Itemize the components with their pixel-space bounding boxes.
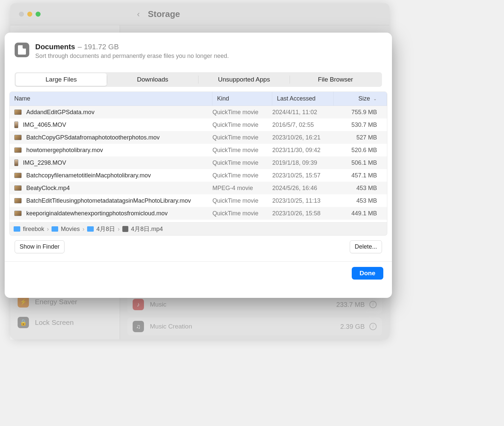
path-bar: fireebok › Movies › 4月8日 › 4月8日.mp4: [9, 223, 387, 236]
file-kind: MPEG-4 movie: [212, 185, 272, 192]
file-thumb-icon: [14, 147, 22, 153]
file-kind: QuickTime movie: [212, 121, 272, 128]
tab-file-browser[interactable]: File Browser: [290, 73, 381, 86]
chevron-right-icon: ›: [47, 226, 49, 233]
zoom-dot[interactable]: [36, 12, 41, 17]
file-size: 453 MB: [334, 197, 387, 204]
chevron-right-icon: ›: [118, 226, 120, 233]
table-row[interactable]: AddandEditGPSdata.movQuickTime movie2024…: [10, 106, 387, 118]
info-icon[interactable]: i: [369, 323, 377, 330]
table-row[interactable]: BatchcopyfilenametotitleinMacphotolibrar…: [10, 169, 387, 182]
path-seg[interactable]: Movies: [61, 226, 80, 233]
file-kind: QuickTime movie: [212, 147, 272, 154]
tab-downloads[interactable]: Downloads: [107, 73, 198, 86]
col-name[interactable]: Name: [10, 92, 212, 106]
file-size: 520.6 MB: [334, 147, 387, 154]
minimize-dot[interactable]: [27, 12, 32, 17]
file-name: BatchcopyfilenametotitleinMacphotolibrar…: [26, 172, 151, 179]
row-size: 2.39 GB: [340, 323, 365, 330]
traffic-lights: [19, 12, 41, 17]
file-last-accessed: 2023/10/26, 16:21: [272, 134, 334, 141]
folder-icon[interactable]: [87, 226, 94, 232]
file-thumb-icon: [14, 173, 22, 178]
music-icon: ♪: [133, 299, 144, 310]
file-name: IMG_4065.MOV: [23, 121, 66, 128]
file-last-accessed: 2023/10/25, 15:57: [272, 172, 334, 179]
col-kind[interactable]: Kind: [212, 92, 272, 106]
chevron-down-icon: ⌄: [373, 97, 377, 101]
table-row[interactable]: changephotocameraandlensinfo.movQuickTim…: [10, 220, 387, 222]
path-seg[interactable]: fireebok: [23, 226, 44, 233]
file-kind: QuickTime movie: [212, 109, 272, 116]
path-seg[interactable]: 4月8日.mp4: [131, 225, 163, 233]
file-thumb-icon: [14, 109, 22, 115]
segmented-control: Large Files Downloads Unsupported Apps F…: [15, 72, 382, 87]
file-size: 527 MB: [334, 134, 387, 141]
file-thumb-icon: [14, 211, 22, 216]
sidebar-item-lock-screen[interactable]: 🔒 Lock Screen: [10, 312, 120, 333]
file-size: 449.1 MB: [334, 210, 387, 217]
folder-icon[interactable]: [52, 226, 58, 232]
files-table: Name Kind Last Accessed Size ⌄ AddandEdi…: [9, 92, 387, 223]
file-last-accessed: 2024/5/26, 16:46: [272, 185, 334, 192]
sheet-title: Documents: [35, 43, 75, 51]
home-folder-icon[interactable]: [14, 226, 20, 232]
table-row[interactable]: IMG_4065.MOVQuickTime movie2016/5/7, 02:…: [10, 118, 387, 131]
col-size[interactable]: Size ⌄: [334, 92, 387, 106]
music-creation-icon: ♫: [133, 321, 144, 332]
row-size: 233.7 MB: [336, 301, 365, 309]
file-name: BatchCopyGPSdatafromaphototootherphotos.…: [26, 134, 160, 141]
file-last-accessed: 2024/4/11, 11:02: [272, 109, 334, 116]
table-row[interactable]: keeporiginaldatewhenexportingphotosfromi…: [10, 207, 387, 220]
info-icon[interactable]: i: [369, 301, 377, 308]
tab-large-files[interactable]: Large Files: [16, 73, 107, 86]
file-thumb-icon: [14, 121, 18, 128]
lock-icon: 🔒: [18, 317, 29, 328]
table-row[interactable]: IMG_2298.MOVQuickTime movie2019/1/18, 09…: [10, 156, 387, 169]
table-row[interactable]: BeatyClock.mp4MPEG-4 movie2024/5/26, 16:…: [10, 182, 387, 194]
table-row[interactable]: BatchCopyGPSdatafromaphototootherphotos.…: [10, 131, 387, 144]
file-name: keeporiginaldatewhenexportingphotosfromi…: [26, 210, 168, 217]
row-label: Music Creation: [150, 323, 192, 330]
show-in-finder-button[interactable]: Show in Finder: [15, 240, 64, 253]
file-name: BeatyClock.mp4: [26, 185, 70, 192]
sheet-total-size: – 191.72 GB: [78, 43, 119, 51]
file-size: 457.1 MB: [334, 172, 387, 179]
chevron-right-icon: ›: [82, 226, 84, 233]
path-seg[interactable]: 4月8日: [96, 225, 115, 233]
file-name: BatchEditTitleusingphotometadatatagsinMa…: [26, 197, 191, 204]
page-title: Storage: [148, 9, 180, 19]
file-name: howtomergephotolibrary.mov: [26, 147, 103, 154]
sheet-subtitle: Sort through documents and permanently e…: [35, 53, 229, 60]
table-row[interactable]: howtomergephotolibrary.movQuickTime movi…: [10, 144, 387, 156]
row-label: Music: [150, 301, 167, 308]
file-kind: QuickTime movie: [212, 159, 272, 166]
file-thumb-icon: [14, 198, 22, 203]
file-last-accessed: 2023/10/25, 11:13: [272, 197, 334, 204]
file-size: 453 MB: [334, 185, 387, 192]
file-last-accessed: 2023/10/26, 15:58: [272, 210, 334, 217]
table-row[interactable]: BatchEditTitleusingphotometadatatagsinMa…: [10, 194, 387, 207]
table-header: Name Kind Last Accessed Size ⌄: [10, 92, 387, 106]
file-thumb-icon: [14, 135, 22, 140]
file-last-accessed: 2023/11/30, 09:42: [272, 147, 334, 154]
done-button[interactable]: Done: [352, 267, 384, 280]
file-kind: QuickTime movie: [212, 134, 272, 141]
mp4-file-icon[interactable]: [122, 226, 128, 232]
tab-unsupported-apps[interactable]: Unsupported Apps: [198, 73, 290, 86]
col-last-accessed[interactable]: Last Accessed: [272, 92, 334, 106]
file-last-accessed: 2016/5/7, 02:55: [272, 121, 334, 128]
storage-row-music-creation[interactable]: ♫ Music Creation 2.39 GB i: [127, 318, 382, 335]
sidebar-label: Lock Screen: [35, 319, 74, 326]
file-name: IMG_2298.MOV: [23, 159, 66, 166]
file-size: 530.7 MB: [334, 121, 387, 128]
back-chevron-icon[interactable]: ‹: [137, 9, 140, 19]
close-dot[interactable]: [19, 12, 24, 17]
file-name: AddandEditGPSdata.mov: [26, 109, 94, 116]
sidebar-label: Energy Saver: [35, 298, 77, 306]
delete-button[interactable]: Delete...: [350, 240, 382, 253]
storage-row-music[interactable]: ♪ Music 233.7 MB i: [127, 296, 382, 314]
file-kind: QuickTime movie: [212, 210, 272, 217]
file-size: 506.1 MB: [334, 159, 387, 166]
file-thumb-icon: [14, 185, 22, 191]
